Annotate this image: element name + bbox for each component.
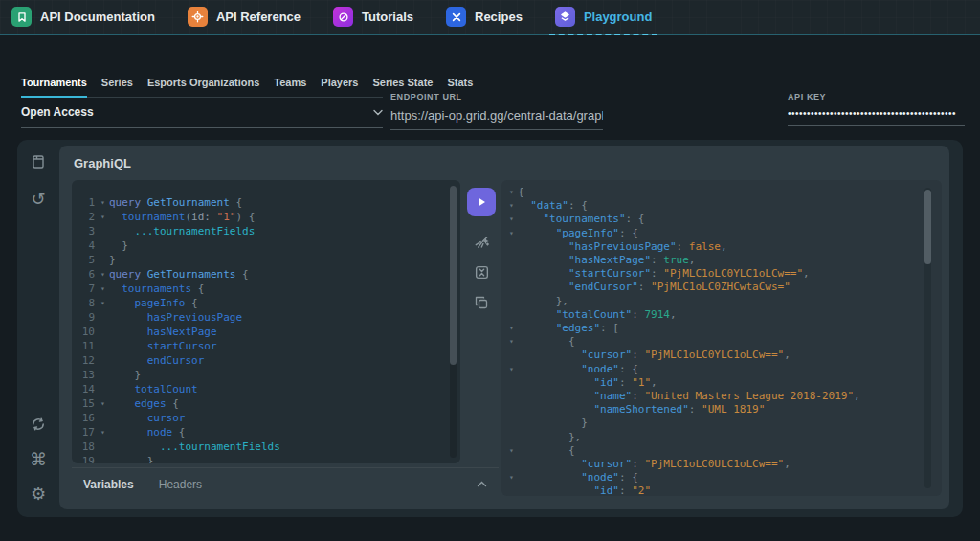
fold-spacer <box>97 224 109 238</box>
tab-players[interactable]: Players <box>321 77 358 97</box>
fold-toggle-icon[interactable]: ▾ <box>505 322 518 335</box>
line-number: 13 <box>72 368 97 382</box>
fold-toggle-icon[interactable]: ▾ <box>505 227 518 240</box>
line-number: 9 <box>72 310 97 325</box>
code-line: ▾ "edges": [ <box>505 322 921 335</box>
line-number: 6 <box>72 267 97 282</box>
nav-tab-label: Tutorials <box>362 10 413 24</box>
fold-toggle-icon[interactable]: ▾ <box>97 296 109 310</box>
settings-button[interactable]: ⚙ <box>28 484 49 505</box>
code-text: totalCount <box>109 382 447 396</box>
query-editor-lines: 1▾query GetTournament {2▾ tournament(id:… <box>72 195 447 463</box>
fold-toggle-icon[interactable]: ▾ <box>505 471 518 485</box>
fold-toggle-icon[interactable]: ▾ <box>505 186 518 199</box>
code-line: ▾ { <box>505 444 921 458</box>
code-line: "endCursor": "PjMLC1oLC0ZHCwtaCws=" <box>505 281 921 294</box>
editor-scrollbar-thumb[interactable] <box>450 186 457 365</box>
fold-spacer <box>505 281 518 294</box>
fold-spacer <box>97 368 109 382</box>
fold-spacer <box>505 349 518 362</box>
nav-tab-api-reference[interactable]: API Reference <box>188 0 301 34</box>
code-text: } <box>109 238 447 253</box>
api-key-input[interactable]: ••••••••••••••••••••••••••••••••••••••••… <box>788 108 965 126</box>
code-text: "cursor": "PjMLC1oLC0ULC1oLCw==", <box>518 458 921 471</box>
api-key-field: API KEY ••••••••••••••••••••••••••••••••… <box>788 92 965 126</box>
collapse-tools-button[interactable] <box>477 481 487 487</box>
copy-icon <box>474 295 489 310</box>
fold-toggle-icon[interactable]: ▾ <box>97 396 109 411</box>
docs-icon <box>31 154 46 169</box>
fold-spacer <box>97 339 109 353</box>
nav-tab-tutorials[interactable]: Tutorials <box>333 0 413 34</box>
code-line: "startCursor": "PjMLC1oLC0YLC1oLCw==", <box>505 267 921 281</box>
code-text: endCursor <box>109 353 447 368</box>
code-line: 6▾query GetTournaments { <box>72 267 447 282</box>
code-line: 7▾ tournaments { <box>72 282 447 296</box>
variables-tab[interactable]: Variables <box>83 478 134 491</box>
bookmark-icon <box>11 7 32 27</box>
code-text: "nameShortened": "UML 1819" <box>518 403 921 417</box>
code-line: ▾ "tournaments": { <box>505 213 921 226</box>
keyboard-shortcuts-button[interactable]: ⌘ <box>28 449 49 470</box>
fold-spacer <box>505 390 518 403</box>
copy-query-button[interactable] <box>472 293 491 312</box>
refetch-schema-button[interactable] <box>28 414 49 435</box>
code-text: "startCursor": "PjMLC1oLC0YLC1oLCw==", <box>518 267 921 281</box>
headers-tab[interactable]: Headers <box>159 478 202 491</box>
fold-toggle-icon[interactable]: ▾ <box>505 199 518 213</box>
fold-toggle-icon[interactable]: ▾ <box>97 267 109 282</box>
nav-tab-api-documentation[interactable]: API Documentation <box>11 0 155 34</box>
editor-scrollbar[interactable] <box>450 186 457 458</box>
line-number: 14 <box>72 382 97 396</box>
target-icon <box>188 7 208 27</box>
response-scrollbar[interactable] <box>924 188 931 488</box>
tab-esports-organizations[interactable]: Esports Organizations <box>147 77 259 97</box>
tab-teams[interactable]: Teams <box>274 77 306 97</box>
fold-spacer <box>97 325 109 339</box>
endpoint-url-field: ENDPOINT URL https://api-op.grid.gg/cent… <box>390 92 603 130</box>
tab-series[interactable]: Series <box>101 77 133 97</box>
fold-toggle-icon[interactable]: ▾ <box>505 335 518 349</box>
history-button[interactable]: ↺ <box>28 189 49 210</box>
docs-panel-button[interactable] <box>28 151 49 172</box>
fold-toggle-icon[interactable]: ▾ <box>97 195 109 210</box>
chevron-down-icon <box>373 109 383 116</box>
code-line: ▾{ <box>505 186 921 199</box>
merge-fragments-button[interactable] <box>472 262 491 282</box>
fold-toggle-icon[interactable]: ▾ <box>97 282 109 296</box>
code-line: "hasNextPage": true, <box>505 254 921 267</box>
prettify-button[interactable] <box>472 232 491 251</box>
fold-toggle-icon[interactable]: ▾ <box>505 213 518 226</box>
tab-tournaments[interactable]: Tournaments <box>21 77 87 97</box>
code-line: "id": "2" <box>505 485 921 496</box>
query-editor[interactable]: 1▾query GetTournament {2▾ tournament(id:… <box>72 180 460 463</box>
code-text: hasNextPage <box>109 325 447 339</box>
code-line: ▾ "data": { <box>505 199 921 213</box>
line-number: 2 <box>72 210 97 224</box>
line-number: 18 <box>72 440 97 454</box>
response-lines: ▾{▾ "data": {▾ "tournaments": {▾ "pageIn… <box>505 186 921 496</box>
endpoint-url-input[interactable]: https://api-op.grid.gg/central-data/grap… <box>390 108 603 130</box>
fold-toggle-icon[interactable]: ▾ <box>97 210 109 224</box>
code-text: pageInfo { <box>109 296 447 310</box>
response-scrollbar-thumb[interactable] <box>924 190 931 264</box>
code-line: }, <box>505 431 921 444</box>
code-text: }, <box>518 431 921 444</box>
fold-toggle-icon[interactable]: ▾ <box>97 425 109 440</box>
access-select[interactable]: Open Access <box>21 105 383 128</box>
nav-tab-playground[interactable]: Playground <box>555 0 653 34</box>
fold-toggle-icon[interactable]: ▾ <box>505 444 518 458</box>
gear-icon: ⚙ <box>31 485 46 503</box>
execute-query-button[interactable] <box>467 188 496 216</box>
chevron-up-icon <box>477 481 487 487</box>
code-line: 3 ...tournamentFields <box>72 224 447 238</box>
nav-tab-recipes[interactable]: Recipes <box>446 0 523 34</box>
code-text: } <box>109 368 447 382</box>
code-line: 17▾ node { <box>72 425 447 440</box>
fold-spacer <box>505 458 518 471</box>
entity-tabs-bar: Tournaments Series Esports Organizations… <box>21 77 383 98</box>
code-text: "node": { <box>518 363 921 376</box>
fold-toggle-icon[interactable]: ▾ <box>505 363 518 376</box>
code-text: } <box>518 417 921 430</box>
fold-spacer <box>505 417 518 430</box>
